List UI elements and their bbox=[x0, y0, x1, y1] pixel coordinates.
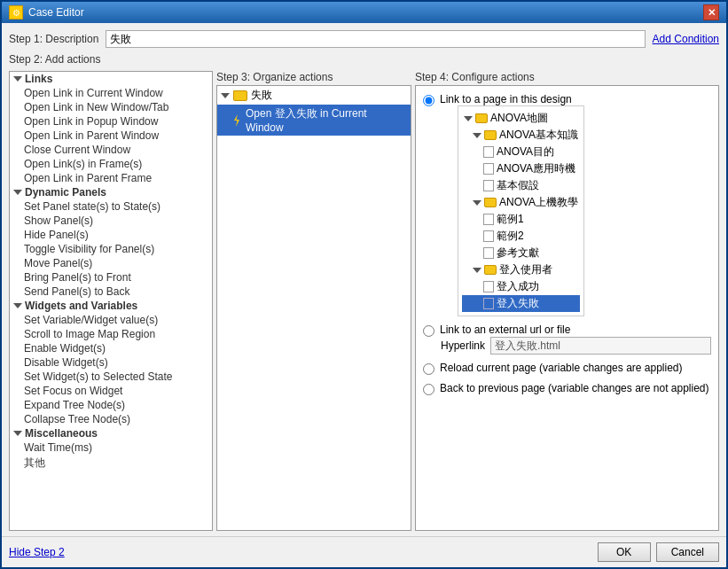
list-item[interactable]: 其他 bbox=[10, 455, 212, 472]
category-misc: Miscellaneous bbox=[10, 426, 212, 440]
window-title: Case Editor bbox=[28, 6, 84, 19]
step1-label: Step 1: Description bbox=[9, 33, 98, 45]
category-dynamic-panels: Dynamic Panels bbox=[10, 185, 212, 199]
option-link-page: Link to a page in this design ANOVA地圖 bbox=[423, 93, 711, 316]
expand-misc-icon bbox=[13, 431, 22, 436]
tree-expand-icon bbox=[473, 133, 481, 138]
main-content: Step 1: Description Add Condition Step 2… bbox=[2, 23, 726, 536]
tree-item[interactable]: 基本假設 bbox=[462, 177, 580, 194]
option-back: Back to previous page (variable changes … bbox=[423, 382, 711, 395]
steps-row: Links Open Link in Current Window Open L… bbox=[9, 71, 719, 531]
hyperlink-label: Hyperlink bbox=[441, 339, 485, 352]
step3-folder[interactable]: 失敗 bbox=[217, 86, 411, 105]
btn-row: OK Cancel bbox=[598, 542, 719, 562]
list-item[interactable]: Show Panel(s) bbox=[10, 214, 212, 228]
option-link-url-label: Link to an external url or file bbox=[440, 323, 570, 336]
page-tree[interactable]: ANOVA地圖 ANOVA基本知識 ANOV bbox=[458, 105, 584, 316]
category-links: Links bbox=[10, 72, 212, 86]
add-condition-link[interactable]: Add Condition bbox=[653, 33, 719, 45]
list-item[interactable]: Open Link in Parent Window bbox=[10, 129, 212, 143]
tree-expand-icon bbox=[473, 268, 481, 273]
folder-icon bbox=[484, 265, 497, 275]
radio-reload[interactable] bbox=[423, 363, 434, 375]
step3-header: Step 3: Organize actions bbox=[216, 71, 411, 83]
list-item[interactable]: Open Link in Current Window bbox=[10, 86, 212, 100]
tree-item-selected[interactable]: 登入失敗 bbox=[462, 295, 580, 312]
option-back-label: Back to previous page (variable changes … bbox=[440, 382, 709, 394]
page-icon bbox=[483, 146, 494, 158]
hyperlink-row: Hyperlink bbox=[441, 337, 711, 355]
step3-action-item[interactable]: Open 登入失敗 in Current Window bbox=[217, 105, 411, 136]
tree-item[interactable]: ANOVA基本知識 bbox=[462, 127, 580, 144]
tree-item[interactable]: 登入使用者 bbox=[462, 261, 580, 278]
page-icon bbox=[483, 281, 494, 292]
list-item[interactable]: Hide Panel(s) bbox=[10, 228, 212, 242]
tree-item[interactable]: ANOVA目的 bbox=[462, 144, 580, 160]
radio-back[interactable] bbox=[423, 384, 434, 395]
list-item[interactable]: Disable Widget(s) bbox=[10, 355, 212, 370]
radio-link-page[interactable] bbox=[423, 95, 434, 106]
list-item[interactable]: Set Panel state(s) to State(s) bbox=[10, 199, 212, 214]
bottom-bar: Hide Step 2 OK Cancel bbox=[2, 536, 726, 567]
folder-icon bbox=[475, 113, 488, 123]
svg-marker-0 bbox=[234, 114, 239, 127]
hide-step2-link[interactable]: Hide Step 2 bbox=[9, 546, 65, 558]
tree-item[interactable]: 範例2 bbox=[462, 228, 580, 245]
step2-panel: Links Open Link in Current Window Open L… bbox=[9, 71, 213, 531]
tree-item[interactable]: 範例1 bbox=[462, 211, 580, 228]
step4-header: Step 4: Configure actions bbox=[415, 71, 719, 83]
folder-icon bbox=[233, 90, 247, 101]
hyperlink-input[interactable] bbox=[490, 337, 711, 355]
tree-expand-icon bbox=[464, 116, 473, 121]
radio-link-url[interactable] bbox=[423, 325, 434, 337]
lightning-icon bbox=[231, 114, 242, 127]
cancel-button[interactable]: Cancel bbox=[656, 542, 719, 562]
category-widgets: Widgets and Variables bbox=[10, 299, 212, 313]
folder-icon bbox=[484, 130, 497, 140]
list-item[interactable]: Expand Tree Node(s) bbox=[10, 398, 212, 412]
list-item[interactable]: Enable Widget(s) bbox=[10, 341, 212, 355]
ok-button[interactable]: OK bbox=[598, 542, 651, 562]
tree-item[interactable]: ANOVA應用時機 bbox=[462, 160, 580, 177]
page-icon bbox=[483, 180, 494, 191]
step3-expand-icon bbox=[221, 93, 230, 98]
page-icon bbox=[483, 163, 494, 175]
step2-list[interactable]: Links Open Link in Current Window Open L… bbox=[9, 71, 213, 531]
list-item[interactable]: Move Panel(s) bbox=[10, 256, 212, 270]
expand-dynamic-icon bbox=[13, 190, 22, 195]
list-item[interactable]: Set Widget(s) to Selected State bbox=[10, 370, 212, 384]
step1-input[interactable] bbox=[106, 30, 645, 48]
step3-list[interactable]: 失敗 Open 登入失敗 in Current Window bbox=[216, 85, 411, 531]
step4-panel: Step 4: Configure actions Link to a page… bbox=[415, 71, 719, 531]
expand-links-icon bbox=[13, 76, 22, 82]
option-link-page-label: Link to a page in this design bbox=[440, 93, 572, 105]
tree-item[interactable]: 登入成功 bbox=[462, 278, 580, 295]
list-item[interactable]: Wait Time(ms) bbox=[10, 440, 212, 455]
list-item[interactable]: Collapse Tree Node(s) bbox=[10, 412, 212, 426]
page-icon bbox=[483, 247, 494, 259]
list-item[interactable]: Open Link in New Window/Tab bbox=[10, 100, 212, 114]
list-item[interactable]: Set Focus on Widget bbox=[10, 384, 212, 398]
title-bar: ⚙ Case Editor ✕ bbox=[2, 2, 726, 23]
page-icon bbox=[483, 214, 494, 225]
close-button[interactable]: ✕ bbox=[703, 4, 719, 20]
tree-item[interactable]: ANOVA上機教學 bbox=[462, 194, 580, 211]
tree-item[interactable]: 參考文獻 bbox=[462, 245, 580, 261]
option-reload-label: Reload current page (variable changes ar… bbox=[440, 362, 683, 374]
list-item[interactable]: Bring Panel(s) to Front bbox=[10, 270, 212, 284]
expand-widgets-icon bbox=[13, 303, 22, 308]
option-reload: Reload current page (variable changes ar… bbox=[423, 362, 711, 375]
page-icon bbox=[483, 230, 494, 242]
list-item[interactable]: Send Panel(s) to Back bbox=[10, 284, 212, 299]
list-item[interactable]: Scroll to Image Map Region bbox=[10, 327, 212, 341]
list-item[interactable]: Open Link in Parent Frame bbox=[10, 171, 212, 185]
list-item[interactable]: Open Link in Popup Window bbox=[10, 114, 212, 129]
tree-item[interactable]: ANOVA地圖 bbox=[462, 110, 580, 127]
list-item[interactable]: Open Link(s) in Frame(s) bbox=[10, 157, 212, 171]
list-item[interactable]: Close Current Window bbox=[10, 143, 212, 157]
step3-action-label: Open 登入失敗 in Current Window bbox=[246, 106, 407, 134]
tree-expand-icon bbox=[473, 200, 481, 206]
case-editor-window: ⚙ Case Editor ✕ Step 1: Description Add … bbox=[0, 0, 728, 569]
list-item[interactable]: Toggle Visibility for Panel(s) bbox=[10, 242, 212, 256]
list-item[interactable]: Set Variable/Widget value(s) bbox=[10, 313, 212, 327]
